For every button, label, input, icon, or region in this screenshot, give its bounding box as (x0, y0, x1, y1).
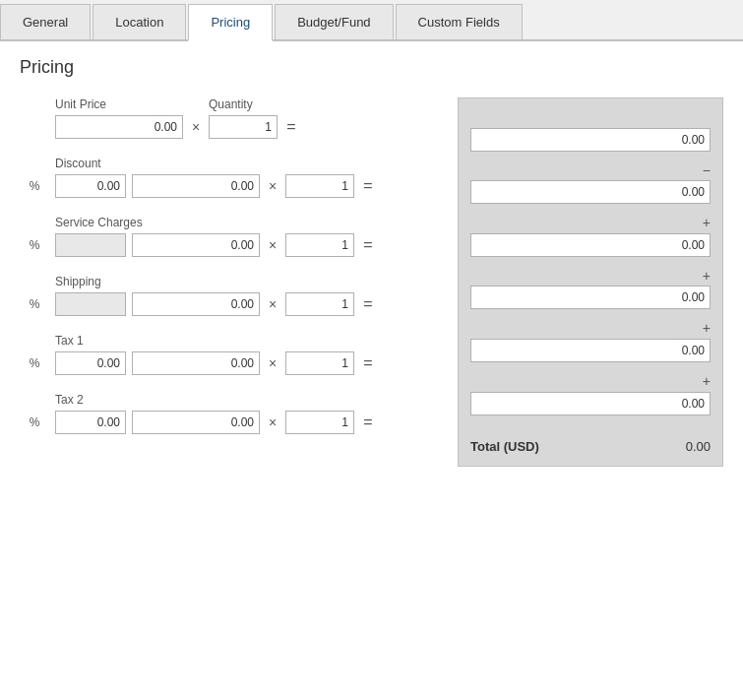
tab-general[interactable]: General (0, 4, 91, 39)
multiply-2: × (266, 178, 279, 194)
multiply-6: × (266, 414, 279, 430)
percent-sign-5: % (20, 356, 49, 370)
tax1-val-input[interactable]: 0.00 (132, 351, 260, 375)
discount-group: Discount % 0.00 0.00 × 1 = (20, 157, 438, 198)
result-row-4: + 0.00 (470, 267, 711, 320)
unit-price-group: Unit Price Quantity 0.00 × 1 = (20, 97, 438, 139)
shipping-qty-input[interactable]: 1 (285, 292, 354, 316)
unit-price-header: Unit Price Quantity (20, 97, 438, 111)
tax2-row: % 0.00 0.00 × 1 = (20, 411, 438, 434)
result-row-6: + 0.00 (470, 372, 711, 425)
quantity-input[interactable]: 1 (209, 115, 278, 139)
minus-sign: − (470, 161, 711, 181)
pricing-right: 0.00 − 0.00 + 0.00 (458, 97, 723, 467)
percent-sign-2: % (20, 179, 49, 193)
result-row-2: − 0.00 (470, 161, 711, 215)
pricing-left: Unit Price Quantity 0.00 × 1 = (20, 97, 458, 467)
equals-2: = (360, 177, 376, 195)
discount-label: Discount (55, 157, 101, 170)
tax1-header: Tax 1 (20, 334, 438, 348)
equals-5: = (360, 354, 376, 372)
discount-val-input[interactable]: 0.00 (132, 174, 260, 198)
discount-row: % 0.00 0.00 × 1 = (20, 174, 438, 198)
plus-sign-5: + (470, 319, 711, 339)
service-pct-input[interactable] (55, 233, 126, 257)
tax1-group: Tax 1 % 0.00 0.00 × 1 = (20, 334, 438, 375)
tab-pricing[interactable]: Pricing (188, 4, 273, 41)
result-input-4[interactable]: 0.00 (470, 286, 711, 309)
tax2-qty-input[interactable]: 1 (285, 411, 354, 434)
pricing-area: Unit Price Quantity 0.00 × 1 = (20, 97, 723, 467)
tab-custom-fields[interactable]: Custom Fields (396, 4, 523, 39)
tax2-pct-input[interactable]: 0.00 (55, 411, 126, 434)
tax1-row: % 0.00 0.00 × 1 = (20, 351, 438, 375)
shipping-pct-input[interactable] (55, 292, 126, 316)
multiply-4: × (266, 296, 279, 312)
tax1-label: Tax 1 (55, 334, 84, 348)
multiply-3: × (266, 237, 279, 253)
percent-sign-4: % (20, 297, 49, 311)
tax2-label: Tax 2 (55, 393, 84, 407)
multiply-1: × (189, 119, 203, 135)
equals-1: = (283, 118, 299, 136)
equals-3: = (360, 236, 376, 254)
unit-price-input[interactable]: 0.00 (55, 115, 183, 139)
shipping-row: % 0.00 × 1 = (20, 292, 438, 316)
service-qty-input[interactable]: 1 (285, 233, 354, 257)
service-header: Service Charges (20, 216, 438, 229)
service-val-input[interactable]: 0.00 (132, 233, 260, 257)
result-rows: 0.00 − 0.00 + 0.00 (470, 108, 711, 425)
result-input-6[interactable]: 0.00 (470, 392, 711, 415)
plus-sign-6: + (470, 372, 711, 392)
tax2-val-input[interactable]: 0.00 (132, 411, 260, 434)
plus-sign-4: + (470, 267, 711, 286)
tax1-qty-input[interactable]: 1 (285, 351, 354, 375)
result-input-5[interactable]: 0.00 (470, 339, 711, 362)
unit-price-row: 0.00 × 1 = (20, 115, 438, 139)
shipping-group: Shipping % 0.00 × 1 = (20, 275, 438, 316)
page-content: Pricing Unit Price Quantity 0.00 × (0, 41, 743, 482)
service-charges-group: Service Charges % 0.00 × 1 = (20, 216, 438, 257)
result-input-2[interactable]: 0.00 (470, 180, 711, 204)
total-row: Total (USD) 0.00 (470, 433, 711, 454)
percent-sign-3: % (20, 238, 49, 252)
shipping-header: Shipping (20, 275, 438, 288)
quantity-label: Quantity (209, 97, 278, 111)
plus-sign-3: + (470, 214, 711, 233)
tax1-pct-input[interactable]: 0.00 (55, 351, 126, 375)
tab-bar: General Location Pricing Budget/Fund Cus… (0, 0, 743, 41)
shipping-val-input[interactable]: 0.00 (132, 292, 260, 316)
result-row-1: 0.00 (470, 108, 711, 161)
discount-qty-input[interactable]: 1 (285, 174, 354, 198)
total-label: Total (USD) (470, 439, 539, 454)
discount-pct-input[interactable]: 0.00 (55, 174, 126, 198)
total-value: 0.00 (686, 439, 711, 454)
service-row: % 0.00 × 1 = (20, 233, 438, 257)
tab-budget-fund[interactable]: Budget/Fund (275, 4, 393, 39)
result-input-1[interactable]: 0.00 (470, 128, 711, 152)
equals-4: = (360, 295, 376, 313)
unit-price-label: Unit Price (55, 97, 183, 111)
result-row-3: + 0.00 (470, 214, 711, 267)
result-input-3[interactable]: 0.00 (470, 233, 711, 257)
service-charges-label: Service Charges (55, 216, 143, 229)
page-title: Pricing (20, 57, 723, 78)
tax2-group: Tax 2 % 0.00 0.00 × 1 = (20, 393, 438, 434)
result-row-5: + 0.00 (470, 319, 711, 372)
tax2-header: Tax 2 (20, 393, 438, 407)
discount-header: Discount (20, 157, 438, 170)
shipping-label: Shipping (55, 275, 101, 288)
tab-location[interactable]: Location (93, 4, 186, 39)
percent-sign-6: % (20, 415, 49, 429)
multiply-5: × (266, 355, 279, 371)
equals-6: = (360, 414, 376, 431)
